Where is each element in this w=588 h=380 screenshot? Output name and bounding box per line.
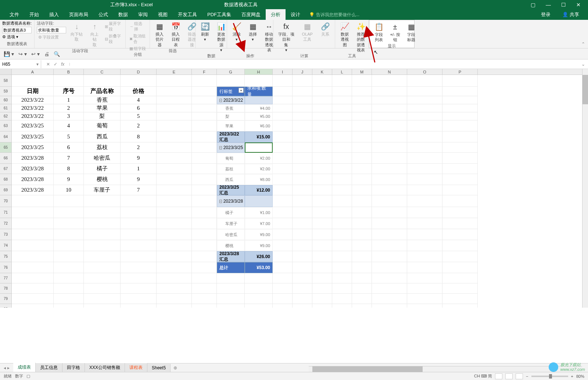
cell[interactable] — [332, 112, 352, 120]
cell[interactable] — [84, 294, 121, 304]
cell[interactable] — [293, 294, 312, 304]
cell[interactable] — [192, 153, 217, 164]
row-header-75[interactable]: 75 — [0, 251, 12, 262]
cell[interactable] — [12, 75, 54, 87]
input-mode[interactable]: CH ⌨ 简 — [474, 373, 492, 379]
cell[interactable]: ¥12.00 — [245, 185, 273, 195]
cell[interactable]: 6 — [54, 142, 84, 153]
cell[interactable]: 2023/3/22 — [12, 104, 54, 112]
cell[interactable] — [273, 294, 293, 304]
cell[interactable] — [54, 195, 84, 207]
horizontal-scrollbar[interactable] — [309, 366, 582, 372]
cell[interactable] — [442, 112, 478, 120]
cell[interactable] — [121, 218, 157, 229]
cell[interactable] — [192, 207, 217, 218]
cell[interactable] — [273, 262, 293, 273]
cell[interactable] — [121, 251, 157, 262]
col-header-D[interactable]: D — [121, 69, 157, 75]
expand-field-button[interactable]: ⊞ 展开字段 — [103, 21, 123, 32]
row-header-80[interactable]: 80 — [0, 304, 12, 308]
cell[interactable] — [293, 153, 312, 164]
cell[interactable] — [312, 142, 332, 153]
column-headers[interactable]: ABCDEFGHIJKLMNOP — [0, 69, 582, 75]
cell[interactable] — [157, 229, 192, 240]
active-field-input[interactable] — [37, 27, 66, 33]
cell[interactable] — [352, 240, 372, 251]
row-header-61[interactable]: 61 — [0, 104, 12, 112]
cell[interactable] — [245, 304, 273, 308]
cell[interactable] — [245, 195, 273, 207]
cell[interactable] — [293, 112, 312, 120]
cell[interactable]: 日期 — [12, 87, 54, 96]
minimize-icon[interactable]: — — [542, 0, 555, 9]
cell[interactable] — [84, 262, 121, 273]
insert-slicer-button[interactable]: ▦插入 切片器 — [152, 21, 167, 48]
row-header-67[interactable]: 67 — [0, 164, 12, 174]
cell[interactable] — [12, 229, 54, 240]
cell[interactable] — [54, 229, 84, 240]
cell[interactable] — [352, 283, 372, 294]
cell[interactable] — [245, 142, 273, 153]
cell[interactable] — [54, 273, 84, 283]
pivot-name-input[interactable] — [2, 27, 32, 33]
cell[interactable] — [332, 131, 352, 142]
view-break-icon[interactable] — [516, 373, 523, 379]
tab-pdf[interactable]: PDF工具集 — [202, 9, 236, 20]
cell[interactable]: ¥1.00 — [245, 207, 273, 218]
vertical-scrollbar[interactable] — [582, 69, 588, 308]
cell[interactable] — [54, 251, 84, 262]
cell[interactable] — [332, 87, 352, 96]
cell[interactable] — [372, 229, 407, 240]
cell[interactable] — [293, 229, 312, 240]
col-header-I[interactable]: I — [273, 69, 293, 75]
cell[interactable] — [372, 112, 407, 120]
cell[interactable]: 序号 — [54, 87, 84, 96]
tab-insert[interactable]: 插入 — [44, 9, 64, 20]
cell[interactable]: 2023/3/28 — [12, 153, 54, 164]
cell[interactable] — [293, 96, 312, 104]
cell[interactable]: 2023/3/25 — [12, 120, 54, 131]
view-normal-icon[interactable] — [495, 373, 502, 379]
cell[interactable] — [84, 75, 121, 87]
cell[interactable]: ¥15.00 — [245, 131, 273, 142]
cell[interactable] — [312, 185, 332, 195]
cell[interactable]: ¥8.00 — [245, 174, 273, 185]
cell[interactable]: ¥53.00 — [245, 262, 273, 273]
row-headers[interactable]: 5859606162636465666768697071727374757677… — [0, 75, 12, 308]
cell[interactable] — [407, 164, 442, 174]
tab-home[interactable]: 开始 — [24, 9, 44, 20]
cell[interactable] — [407, 75, 442, 87]
cell[interactable]: 2 — [121, 120, 157, 131]
cell[interactable] — [407, 262, 442, 273]
cell[interactable] — [84, 229, 121, 240]
cell[interactable] — [192, 304, 217, 308]
clear-button[interactable]: 🧹清除▾ — [229, 21, 244, 43]
cell[interactable]: ¥4.00 — [245, 104, 273, 112]
cell[interactable] — [332, 142, 352, 153]
cell[interactable] — [407, 283, 442, 294]
cell[interactable]: 7 — [54, 153, 84, 164]
cell[interactable] — [312, 153, 332, 164]
tell-me-search[interactable]: 💡告诉我您想要做什么... — [309, 12, 359, 18]
cell[interactable] — [312, 240, 332, 251]
cell[interactable] — [121, 75, 157, 87]
cell[interactable] — [442, 283, 478, 294]
cell[interactable]: 橘子 — [217, 207, 245, 218]
zoom-slider[interactable] — [531, 376, 568, 377]
cell[interactable] — [273, 104, 293, 112]
cell[interactable] — [273, 131, 293, 142]
cell[interactable]: 1 — [54, 96, 84, 104]
cell[interactable] — [407, 142, 442, 153]
row-header-63[interactable]: 63 — [0, 120, 12, 131]
cell[interactable] — [372, 185, 407, 195]
cell[interactable] — [442, 240, 478, 251]
tab-analyze[interactable]: 分析 — [266, 9, 286, 20]
cell[interactable]: 2023/3/28 汇总 — [217, 251, 245, 262]
cell[interactable] — [217, 294, 245, 304]
cell[interactable] — [352, 251, 372, 262]
cell[interactable] — [407, 273, 442, 283]
cell[interactable] — [352, 262, 372, 273]
cell[interactable] — [442, 96, 478, 104]
field-settings-button[interactable]: ⚙ 字段设置 — [37, 34, 66, 40]
cell[interactable] — [121, 294, 157, 304]
